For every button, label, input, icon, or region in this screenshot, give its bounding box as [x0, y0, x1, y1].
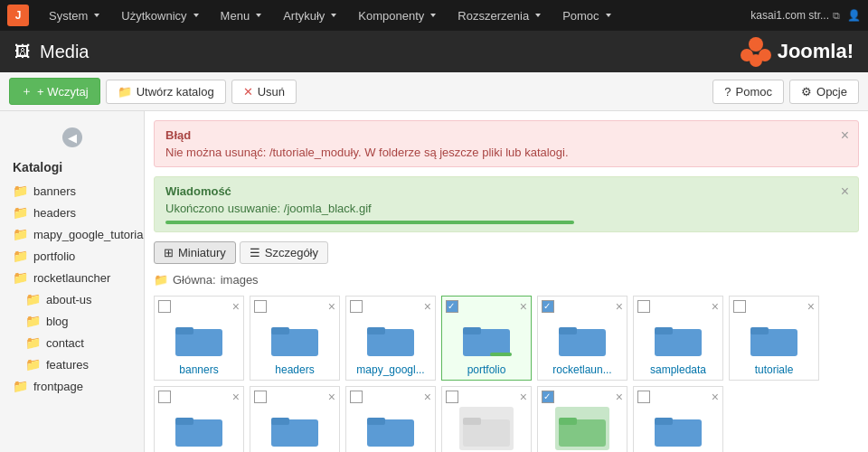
folder-icon-r2-6[interactable] [651, 407, 705, 450]
file-close-r2-3[interactable]: × [424, 391, 431, 403]
thumbnails-view-button[interactable]: ⊞ Miniatury [154, 241, 236, 264]
user-icon-area[interactable]: 👤 [847, 9, 861, 22]
delete-icon: ✕ [243, 85, 253, 99]
file-checkbox-headers[interactable] [254, 300, 267, 313]
file-grid-row2: × × [154, 386, 859, 452]
sidebar: ◀ Katalogi 📁 banners 📁 headers 📁 mapy_go… [0, 111, 145, 452]
sidebar-item-features[interactable]: 📁 features [0, 353, 144, 375]
file-item-top: × [158, 300, 240, 313]
delete-button[interactable]: ✕ Usuń [231, 80, 297, 104]
file-item-r2-4: × [441, 386, 532, 452]
file-close-r2-6[interactable]: × [712, 391, 719, 403]
file-checkbox-r2-6[interactable] [637, 391, 650, 403]
joomla-flame-svg [738, 35, 774, 68]
file-close-r2-1[interactable]: × [232, 391, 240, 403]
progress-bar [165, 221, 574, 224]
error-alert: Błąd Nie można usunąć: /tutoriale_moduły… [154, 120, 859, 167]
file-name-banners[interactable]: banners [158, 363, 240, 376]
file-close-r2-2[interactable]: × [328, 391, 335, 403]
help-button[interactable]: ? Pomoc [712, 80, 784, 104]
file-name-sampledata[interactable]: sampledata [637, 363, 719, 376]
sidebar-item-banners[interactable]: 📁 banners [0, 180, 144, 202]
user-icon: 👤 [847, 9, 861, 22]
file-checkbox-r2-3[interactable] [350, 391, 363, 403]
file-name-rocketlauncher[interactable]: rocketlaun... [542, 363, 623, 376]
folder-small-icon: 📁 [13, 270, 28, 285]
file-checkbox-r2-2[interactable] [254, 391, 267, 403]
create-folder-button[interactable]: 📁 Utwórz katalog [106, 80, 226, 104]
external-link-icon: ⧉ [833, 10, 840, 22]
brand-logo[interactable]: J [7, 5, 29, 26]
file-close-mapy[interactable]: × [424, 300, 431, 313]
nav-users[interactable]: Użytkownicy [112, 5, 207, 26]
nav-system[interactable]: System [40, 5, 108, 26]
file-close-r2-4[interactable]: × [520, 391, 527, 403]
sidebar-toggle[interactable]: ◀ [62, 127, 82, 147]
toolbar-right: ? Pomoc ⚙ Opcje [712, 80, 859, 104]
sidebar-item-about-us[interactable]: 📁 about-us [0, 288, 144, 310]
file-item-tutoriale: × tutoriale [729, 296, 819, 381]
file-close-sampledata[interactable]: × [712, 300, 719, 313]
nav-articles[interactable]: Artykuły [274, 5, 345, 26]
file-name-portfolio[interactable]: portfolio [446, 363, 527, 376]
svg-rect-11 [463, 327, 481, 334]
svg-rect-9 [367, 327, 385, 334]
nav-extensions[interactable]: Rozszerzenia [448, 5, 550, 26]
sidebar-item-frontpage[interactable]: 📁 frontpage [0, 375, 144, 397]
file-checkbox-mapy[interactable] [350, 300, 363, 313]
upload-button[interactable]: ＋ + Wczytaj [9, 78, 100, 105]
breadcrumb: 📁 Główna: images [154, 273, 859, 287]
folder-icon-banners[interactable] [172, 316, 226, 360]
sidebar-item-mapy[interactable]: 📁 mapy_google_tutorial [0, 223, 144, 245]
nav-components[interactable]: Komponenty [349, 5, 445, 26]
folder-icon-mapy[interactable] [363, 316, 418, 360]
nav-menu[interactable]: Menu [212, 5, 271, 26]
folder-icon-r2-3[interactable] [363, 407, 418, 450]
sidebar-item-portfolio[interactable]: 📁 portfolio [0, 245, 144, 267]
navbar-right: kasai1.com str... ⧉ 👤 [750, 9, 861, 22]
file-item-top: × [350, 300, 431, 313]
file-item-top: × [542, 300, 623, 313]
file-checkbox-rocketlauncher[interactable] [542, 300, 554, 313]
folder-icon-portfolio[interactable] [459, 316, 514, 360]
folder-icon-r2-5[interactable] [555, 407, 609, 450]
folder-icon-rocketlauncher[interactable] [555, 316, 609, 360]
folder-icon-r2-4[interactable] [459, 407, 514, 450]
file-close-tutoriale[interactable]: × [807, 300, 815, 313]
file-checkbox-r2-5[interactable] [542, 391, 554, 403]
folder-icon-r2-1[interactable] [172, 407, 226, 450]
file-checkbox-banners[interactable] [158, 300, 171, 313]
file-item-rocketlauncher: × rocketlaun... [537, 296, 627, 381]
file-checkbox-portfolio[interactable] [446, 300, 458, 313]
joomla-small-logo: J [7, 5, 29, 26]
sidebar-item-rocketlauncher[interactable]: 📁 rocketlauncher [0, 267, 144, 288]
folder-icon-tutoriale[interactable] [747, 316, 801, 360]
nav-help[interactable]: Pomoc [553, 5, 619, 26]
file-name-tutoriale[interactable]: tutoriale [733, 363, 815, 376]
file-checkbox-r2-4[interactable] [446, 391, 458, 403]
file-close-headers[interactable]: × [328, 300, 335, 313]
file-name-mapy[interactable]: mapy_googl... [350, 363, 431, 376]
site-link[interactable]: kasai1.com str... ⧉ [750, 9, 840, 22]
sidebar-item-blog[interactable]: 📁 blog [0, 310, 144, 332]
sidebar-item-contact[interactable]: 📁 contact [0, 332, 144, 353]
joomla-text: Joomla! [778, 40, 854, 63]
folder-icon-headers[interactable] [268, 316, 322, 360]
error-close-button[interactable]: × [841, 128, 849, 143]
file-close-rocketlauncher[interactable]: × [616, 300, 623, 313]
success-close-button[interactable]: × [841, 184, 849, 199]
options-button[interactable]: ⚙ Opcje [789, 80, 859, 104]
file-checkbox-tutoriale[interactable] [733, 300, 746, 313]
file-close-r2-5[interactable]: × [616, 391, 623, 403]
folder-icon-r2-2[interactable] [268, 407, 322, 450]
folder-icon-sampledata[interactable] [651, 316, 705, 360]
file-name-headers[interactable]: headers [254, 363, 335, 376]
file-close-portfolio[interactable]: × [520, 300, 527, 313]
file-checkbox-r2-1[interactable] [158, 391, 171, 403]
details-view-button[interactable]: ☰ Szczegóły [240, 241, 328, 264]
sidebar-item-headers[interactable]: 📁 headers [0, 202, 144, 223]
file-close-banners[interactable]: × [232, 300, 240, 313]
svg-rect-17 [750, 327, 769, 334]
file-checkbox-sampledata[interactable] [637, 300, 650, 313]
svg-point-0 [749, 37, 763, 52]
